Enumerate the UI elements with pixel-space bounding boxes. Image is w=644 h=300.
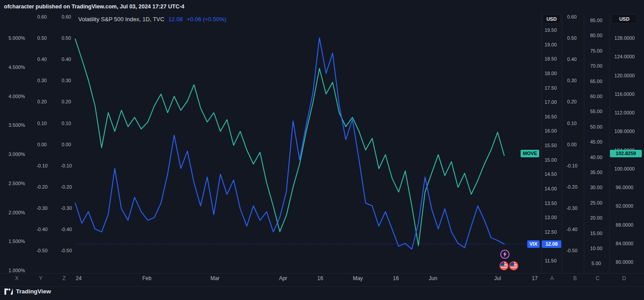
oscillator-scale-left-2[interactable] [53,13,74,273]
scale-key-a: A [550,275,554,281]
scale-key-d: D [622,275,626,281]
footer-bar: TradingView [4,288,51,295]
secondary-price-scale[interactable] [584,13,610,273]
move-axis-price-label: 102.8259 [610,150,642,157]
footer-separator [0,286,644,287]
percent-price-scale[interactable] [0,13,29,273]
scale-key-b: B [573,275,577,281]
time-label: Apr [279,275,288,281]
us-flag-event-icon[interactable] [509,261,518,270]
chart-plot-area[interactable] [74,13,541,273]
scale-key-y: Y [39,275,42,281]
time-axis-separator [0,273,644,273]
move-series-label: MOVE [521,150,539,157]
tradingview-published-chart: ofcharacter published on TradingView.com… [0,0,644,300]
time-label: Jun [429,275,437,281]
legend-title: Volatility S&P 500 Index, 1D, TVC [78,16,165,23]
time-label: Jul [494,275,501,281]
time-label: Feb [142,275,152,281]
tradingview-wordmark[interactable]: TradingView [16,288,51,295]
scale-separator [584,13,584,273]
publish-header: ofcharacter published on TradingView.com… [4,4,184,10]
vix-price-scale[interactable] [541,13,562,273]
lightning-glyph [503,251,507,257]
oscillator-scale-right[interactable] [562,13,584,273]
scale-separator [562,13,562,273]
time-label: 16 [317,275,323,281]
tradingview-logo-icon[interactable] [4,289,13,295]
scale-key-z: Z [62,275,65,281]
legend-last-value: 12.08 [169,16,183,23]
time-axis[interactable]: 24FebMarApr16May16JunJul17XYZABCD [0,274,644,285]
chart-legend[interactable]: Volatility S&P 500 Index, 1D, TVC 12.08 … [78,16,226,23]
legend-change: +0.06 (+0.50%) [187,16,226,23]
oscillator-scale-left-1[interactable] [29,13,53,273]
vix-series-label: VIX [527,240,540,248]
vix-axis-price-label: 12.08 [542,240,561,248]
move-price-scale[interactable] [610,13,644,273]
time-label: 17 [532,275,537,281]
scale-key-c: C [596,275,600,281]
event-lightning-icon[interactable] [500,250,510,259]
us-flag-event-icon[interactable] [499,261,509,270]
time-label: Mar [211,275,220,281]
scale-key-x: X [15,275,19,281]
time-label: May [353,275,363,281]
time-label: 24 [76,275,81,281]
scale-separator [541,13,542,273]
time-label: 16 [393,275,399,281]
scale-separator [610,13,610,273]
vix-scale-currency-button[interactable]: USD [542,14,561,24]
move-scale-currency-button[interactable]: USD [611,14,637,24]
